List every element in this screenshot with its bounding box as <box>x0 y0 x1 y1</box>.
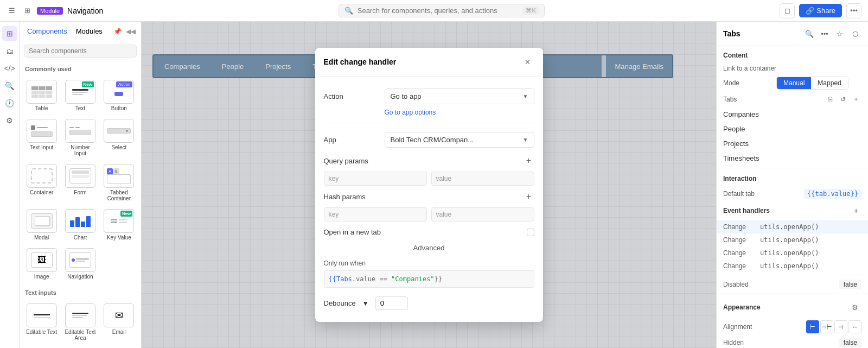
event-handlers-title: Event handlers <box>723 207 851 214</box>
topbar: ☰ ⊞ Module Navigation 🔍 ⌘K ◻ 🔗 Share ••• <box>0 0 868 22</box>
interaction-title: Interaction <box>723 175 861 182</box>
debounce-input[interactable] <box>375 296 408 310</box>
appearance-settings-icon[interactable]: ⚙ <box>848 301 861 314</box>
tabbed-container-label: Tabbed Container <box>104 189 135 201</box>
component-tabbed-container[interactable]: A B Tabbed Container <box>101 162 137 204</box>
text-inputs-grid: Editable Text Editable Text Area ✉ Email <box>20 298 141 346</box>
preview-icon[interactable]: ◻ <box>780 3 795 18</box>
component-number-input[interactable]: Number Input <box>62 117 98 159</box>
align-center-button[interactable]: ⊣⊢ <box>820 320 833 333</box>
hash-key-input[interactable]: key <box>324 207 427 222</box>
hash-value-input[interactable]: value <box>431 207 534 222</box>
event-handler-2[interactable]: Change utils.openApp() <box>717 233 868 246</box>
component-button[interactable]: Action Button <box>101 78 137 113</box>
layout-icon[interactable]: ⊞ <box>22 5 33 16</box>
share-button[interactable]: 🔗 Share <box>799 4 842 17</box>
tab-option-people[interactable]: People <box>717 122 868 136</box>
select-label: Select <box>111 144 126 150</box>
image-label: Image <box>34 274 49 280</box>
align-left-button[interactable]: ⊢ <box>806 320 819 333</box>
tab-option-projects[interactable]: Projects <box>717 136 868 151</box>
form-icon <box>65 164 95 188</box>
code-eq: .value == <box>352 275 391 283</box>
code-eq2: }} <box>435 275 442 283</box>
component-grid: Table New Text Action <box>20 74 141 285</box>
component-modal[interactable]: Modal <box>24 207 59 243</box>
chart-icon <box>65 209 95 233</box>
query-key-input[interactable]: key <box>324 172 427 186</box>
debounce-tag[interactable]: ▼ <box>362 300 369 307</box>
go-to-app-options-link[interactable]: Go to app options <box>324 109 534 118</box>
key-value-new-badge: New <box>120 211 132 217</box>
align-stretch-button[interactable]: ↔ <box>848 320 861 333</box>
rp-expand-icon[interactable]: ⬡ <box>848 27 861 40</box>
component-text[interactable]: New Text <box>62 78 98 113</box>
event-value-4: utils.openApp() <box>760 262 819 270</box>
align-right-button[interactable]: ⊣ <box>834 320 847 333</box>
component-editable-text[interactable]: Editable Text <box>24 301 59 343</box>
components-icon[interactable]: ⊞ <box>2 26 17 41</box>
tab-modules[interactable]: Modules <box>74 26 105 36</box>
event-handler-4[interactable]: Change utils.openApp() <box>717 260 868 273</box>
action-select[interactable]: Go to app ▼ <box>385 88 534 104</box>
component-key-value[interactable]: New Key Value <box>101 207 137 243</box>
tab-option-timesheets[interactable]: Timesheets <box>717 151 868 166</box>
component-container[interactable]: Container <box>24 162 59 204</box>
tabs-refresh-icon[interactable]: ↺ <box>838 94 848 105</box>
sidebar-icon-strip: ⊞ 🗂 </> 🔍 🕐 ⚙ <box>0 22 20 348</box>
component-email[interactable]: ✉ Email <box>101 301 137 343</box>
tabs-copy-icon[interactable]: ⎘ <box>825 94 835 105</box>
component-form[interactable]: Form <box>62 162 98 204</box>
component-select[interactable]: ▼ Select <box>101 117 137 159</box>
text-label: Text <box>75 105 85 111</box>
explorer-icon[interactable]: 🗂 <box>2 43 17 59</box>
rp-star-icon[interactable]: ☆ <box>833 27 846 40</box>
query-params-inputs: key value <box>324 169 534 188</box>
more-options-icon[interactable]: ••• <box>846 3 861 18</box>
tab-components[interactable]: Components <box>25 26 69 36</box>
mode-mapped-button[interactable]: Mapped <box>811 77 847 89</box>
app-select-text: Bold Tech CRM/Compan... <box>391 136 474 144</box>
global-search[interactable]: 🔍 ⌘K <box>339 4 545 17</box>
event-handler-1[interactable]: Change utils.openApp() <box>717 220 868 233</box>
component-navigation[interactable]: Navigation <box>62 246 98 282</box>
component-table[interactable]: Table <box>24 78 59 113</box>
app-select[interactable]: Bold Tech CRM/Compan... ▼ <box>385 132 534 148</box>
search-input[interactable] <box>358 7 519 15</box>
advanced-section[interactable]: Advanced <box>324 241 534 255</box>
tabs-add-icon[interactable]: + <box>851 94 861 105</box>
history-icon[interactable]: 🕐 <box>2 96 17 111</box>
search-nav-icon[interactable]: 🔍 <box>2 78 17 93</box>
components-search-input[interactable] <box>24 45 137 58</box>
hash-params-inputs: key value <box>324 205 534 224</box>
event-handlers-add-button[interactable]: + <box>851 205 861 216</box>
only-run-when-code[interactable]: {{Tabs.value == "Companies"}} <box>324 270 534 288</box>
settings-icon[interactable]: ⚙ <box>2 113 17 128</box>
hash-params-add-button[interactable]: + <box>524 191 534 202</box>
modal-close-button[interactable]: ✕ <box>521 55 534 68</box>
only-run-when-section: Only run when {{Tabs.value == "Companies… <box>324 255 534 292</box>
link-container-value: Link to a container <box>723 65 861 72</box>
editable-text-area-icon <box>65 303 95 327</box>
component-text-input[interactable]: Text Input <box>24 117 59 159</box>
collapse-icon[interactable]: ◀◀ <box>126 28 136 35</box>
component-image[interactable]: 🖼 Image <box>24 246 59 282</box>
query-value-input[interactable]: value <box>431 172 534 186</box>
divider-interaction <box>717 168 868 168</box>
rp-search-icon[interactable]: 🔍 <box>803 27 816 40</box>
interaction-header: Interaction <box>717 170 868 187</box>
tab-option-companies[interactable]: Companies <box>717 107 868 122</box>
search-icon: 🔍 <box>344 7 353 15</box>
mode-manual-button[interactable]: Manual <box>777 77 811 89</box>
code-icon[interactable]: </> <box>2 61 17 76</box>
open-in-new-tab-checkbox[interactable] <box>527 229 534 236</box>
query-params-add-button[interactable]: + <box>524 155 534 166</box>
rp-more-icon[interactable]: ••• <box>818 27 831 40</box>
component-editable-text-area[interactable]: Editable Text Area <box>62 301 98 343</box>
pin-icon[interactable]: 📌 <box>113 28 122 35</box>
component-chart[interactable]: Chart <box>62 207 98 243</box>
action-row: Action Go to app ▼ <box>324 84 534 109</box>
event-handler-3[interactable]: Change utils.openApp() <box>717 246 868 260</box>
button-label: Button <box>111 105 127 111</box>
sidebar-toggle-icon[interactable]: ☰ <box>7 5 17 16</box>
